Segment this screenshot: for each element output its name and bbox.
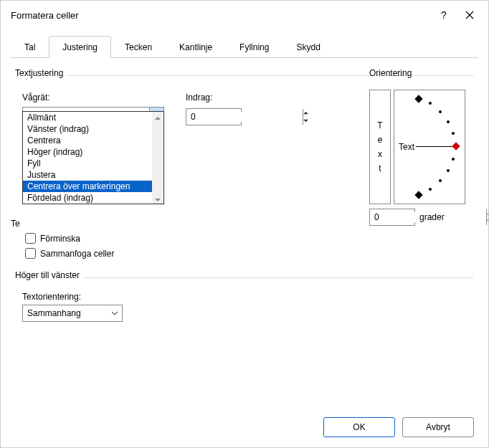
dial-dot <box>452 132 455 135</box>
dial-dot <box>447 169 450 172</box>
tab-justering[interactable]: Justering <box>49 36 111 58</box>
option-allmant[interactable]: Allmänt <box>23 112 163 123</box>
indent-label: Indrag: <box>186 92 242 103</box>
indent-spinner[interactable] <box>186 108 242 125</box>
option-fyll[interactable]: Fyll <box>23 158 163 169</box>
option-centrera[interactable]: Centrera <box>23 135 163 146</box>
merge-checkbox[interactable] <box>25 248 36 259</box>
tab-fyllning[interactable]: Fyllning <box>226 36 283 58</box>
dial-diamond <box>414 191 422 199</box>
dropdown-scrollbar[interactable] <box>152 112 163 204</box>
text-direction-combo[interactable]: Sammanhang <box>22 305 123 322</box>
indent-input[interactable] <box>186 112 303 122</box>
text-direction-label: Textorientering: <box>22 292 474 302</box>
degrees-label: grader <box>419 212 445 222</box>
tab-skydd[interactable]: Skydd <box>283 36 333 58</box>
option-vanster[interactable]: Vänster (indrag) <box>23 123 163 135</box>
dial-dot <box>429 102 432 105</box>
degrees-spinner[interactable] <box>369 209 415 226</box>
dial-red-diamond <box>452 142 460 150</box>
tab-tal[interactable]: Tal <box>11 36 49 58</box>
orientation-text-label: Text <box>399 142 414 152</box>
dial-diamond <box>414 95 422 103</box>
dial-dot <box>439 179 442 182</box>
option-justera[interactable]: Justera <box>23 169 163 181</box>
titlebar: Formatera celler ? <box>1 1 488 29</box>
tabs: Tal Justering Tecken Kantlinje Fyllning … <box>11 35 478 58</box>
option-centrera-over[interactable]: Centrera över markeringen <box>23 181 163 192</box>
cancel-button[interactable]: Avbryt <box>402 417 474 437</box>
dial-dot <box>439 110 442 113</box>
help-button[interactable]: ? <box>431 4 457 26</box>
horizontal-label: Vågrät: <box>22 92 164 103</box>
close-button[interactable] <box>457 4 483 26</box>
option-fordelad[interactable]: Fördelad (indrag) <box>23 192 163 204</box>
option-hoger[interactable]: Höger (indrag) <box>23 146 163 158</box>
text-align-group-label: Textjustering <box>15 68 63 78</box>
orientation-dial[interactable]: Text <box>394 90 465 204</box>
merge-label: Sammanfoga celler <box>40 249 114 259</box>
spin-up-icon[interactable] <box>303 109 308 117</box>
dial-dot <box>452 158 455 161</box>
orientation-indicator-line <box>416 146 453 147</box>
rtl-group-label: Höger till vänster <box>15 270 80 280</box>
shrink-checkbox[interactable] <box>25 233 36 244</box>
dial-dot <box>447 120 450 123</box>
text-direction-value: Sammanhang <box>23 308 108 318</box>
shrink-label: Förminska <box>40 234 80 244</box>
orientation-vertical[interactable]: Text <box>369 90 391 204</box>
horizontal-dropdown[interactable]: Allmänt Vänster (indrag) Centrera Höger … <box>22 111 164 204</box>
dial-dot <box>429 188 432 191</box>
spin-down-icon[interactable] <box>303 117 308 125</box>
orientation-group-label: Orientering <box>369 68 412 78</box>
chevron-down-icon[interactable] <box>108 305 122 321</box>
ok-button[interactable]: OK <box>323 417 395 437</box>
window-title: Formatera celler <box>11 10 431 21</box>
tab-kantlinje[interactable]: Kantlinje <box>166 36 226 58</box>
tab-tecken[interactable]: Tecken <box>111 36 166 58</box>
